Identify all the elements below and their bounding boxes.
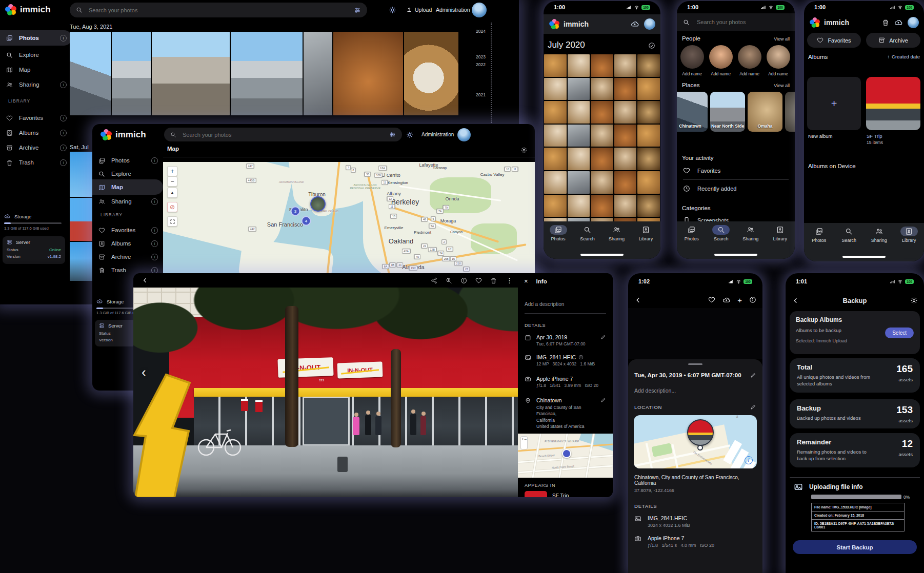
archive-button[interactable]: Archive	[866, 33, 920, 48]
nav-item[interactable]: Search	[574, 225, 601, 241]
search-bar[interactable]	[164, 128, 402, 141]
photo-tile[interactable]	[544, 171, 567, 194]
album-title[interactable]: SF Trip	[867, 133, 882, 139]
nav-item[interactable]: Sharing	[737, 225, 764, 241]
photo-tile[interactable]	[637, 171, 660, 194]
map-zoom-in[interactable]: +	[167, 166, 177, 176]
back-icon[interactable]	[142, 277, 149, 284]
backup-cloud-icon[interactable]	[894, 18, 902, 27]
person-face[interactable]: Add name	[737, 45, 761, 76]
photo-tile[interactable]	[544, 195, 567, 217]
photo-tile[interactable]	[591, 171, 613, 194]
photo-thumbnail[interactable]	[70, 152, 92, 197]
photo-tile[interactable]	[591, 78, 613, 100]
map-zoom-controls[interactable]: +−	[520, 436, 528, 449]
people-view-all[interactable]: View all	[774, 36, 790, 42]
photo-thumbnail[interactable]	[304, 32, 332, 115]
photo-thumbnail[interactable]	[333, 32, 403, 115]
filter-sliders-icon[interactable]	[389, 131, 396, 138]
edit-pencil-icon[interactable]	[750, 372, 756, 378]
photo-tile[interactable]	[544, 148, 567, 170]
location-mini-map[interactable]: FISHERMAN'S WHARF Beach Street North Poi…	[518, 434, 613, 478]
settings-gear-icon[interactable]	[910, 297, 918, 304]
nav-item[interactable]: Library	[633, 225, 659, 241]
favorites-button[interactable]: Favorites	[807, 33, 861, 48]
favorite-heart-icon[interactable]	[475, 277, 482, 284]
new-album-card[interactable]: +	[807, 77, 861, 130]
edit-pencil-icon[interactable]	[750, 404, 756, 410]
photo-tile[interactable]	[637, 101, 660, 124]
filter-sliders-icon[interactable]	[354, 7, 361, 14]
place-tile[interactable]: Near North Side	[710, 92, 745, 132]
photo-thumbnail[interactable]	[112, 32, 151, 115]
photo-cluster-marker[interactable]: 3	[291, 207, 300, 216]
description-field[interactable]: Add description...	[628, 378, 762, 394]
photo-tile[interactable]	[591, 101, 613, 124]
places-view-all[interactable]: View all	[774, 83, 790, 88]
photo-area[interactable]	[628, 308, 762, 359]
user-avatar[interactable]	[644, 18, 655, 30]
timeline-year-label[interactable]: 2021	[476, 92, 486, 97]
search-input[interactable]	[88, 7, 349, 14]
sidebar-item-explore[interactable]: Explore	[0, 47, 72, 63]
nav-item[interactable]: Search	[708, 225, 734, 241]
photo-tile[interactable]	[568, 195, 590, 217]
edit-pencil-icon[interactable]	[600, 397, 606, 403]
timeline-scrubber[interactable]	[491, 23, 492, 123]
photo-tile[interactable]	[614, 54, 637, 77]
timeline-year-label[interactable]: 2023	[476, 54, 486, 59]
photo-tile[interactable]	[591, 195, 613, 217]
photo-thumbnail[interactable]	[152, 32, 230, 115]
backup-cloud-icon[interactable]	[631, 20, 639, 28]
photo-tile[interactable]	[544, 54, 567, 77]
sidebar-item-map[interactable]: Map	[92, 179, 163, 195]
select-all-check-icon[interactable]	[648, 42, 655, 49]
user-avatar[interactable]	[457, 128, 471, 141]
theme-toggle-sun-icon[interactable]	[389, 6, 396, 14]
photo-thumbnail[interactable]	[404, 32, 458, 115]
nav-item[interactable]: Sharing	[604, 225, 630, 241]
search-bar[interactable]	[677, 13, 795, 31]
appears-in-album-row[interactable]: SF Trip 15 items	[518, 490, 613, 497]
start-backup-button[interactable]: Start Backup	[793, 540, 917, 554]
place-tile[interactable]: Pi	[785, 92, 795, 132]
map-clear-button[interactable]: ⊘	[167, 202, 177, 212]
sidebar-item-favorites[interactable]: Favoritesi	[0, 110, 72, 126]
map-settings-gear-icon[interactable]	[520, 147, 528, 154]
photo-thumbnail[interactable]	[70, 198, 92, 241]
photo-tile[interactable]	[544, 125, 567, 147]
photo-tile[interactable]	[591, 54, 613, 77]
search-bar[interactable]	[70, 3, 367, 17]
photo-tile[interactable]	[614, 78, 637, 100]
upload-cloud-icon[interactable]	[722, 296, 730, 304]
search-input[interactable]	[696, 18, 789, 26]
sidebar-item-archive[interactable]: Archivei	[0, 140, 72, 155]
sidebar-item-map[interactable]: Map	[0, 62, 72, 77]
administration-link[interactable]: Administration	[436, 7, 470, 13]
favorite-heart-icon[interactable]	[708, 296, 715, 303]
info-icon[interactable]	[578, 355, 584, 360]
share-icon[interactable]	[431, 277, 437, 284]
photo-tile[interactable]	[568, 148, 590, 170]
sidebar-item-sharing[interactable]: Sharingi	[0, 77, 72, 92]
photo-tile[interactable]	[591, 125, 613, 147]
back-icon[interactable]	[634, 296, 642, 304]
user-avatar[interactable]	[472, 3, 487, 17]
photo-tile[interactable]	[637, 148, 660, 170]
photo-map-marker[interactable]	[310, 196, 326, 212]
sidebar-item-sharing[interactable]: Sharingi	[92, 194, 163, 209]
photo-tile[interactable]	[568, 54, 590, 77]
sidebar-item-trash[interactable]: Trashi	[0, 155, 72, 170]
map-attribution-info-icon[interactable]: i	[745, 456, 753, 464]
photo-tile[interactable]	[544, 101, 567, 124]
album-card-sf-trip[interactable]	[866, 77, 920, 130]
photo-tile[interactable]	[568, 101, 590, 124]
photo-tile[interactable]	[614, 125, 637, 147]
nav-item[interactable]: Photos	[545, 225, 572, 241]
photo-tile[interactable]	[614, 195, 637, 217]
place-tile[interactable]: Omaha	[748, 92, 782, 132]
photo-tile[interactable]	[614, 171, 637, 194]
place-tile[interactable]: Chinatown	[677, 92, 708, 132]
back-icon[interactable]	[792, 297, 799, 304]
edit-pencil-icon[interactable]	[600, 334, 606, 340]
